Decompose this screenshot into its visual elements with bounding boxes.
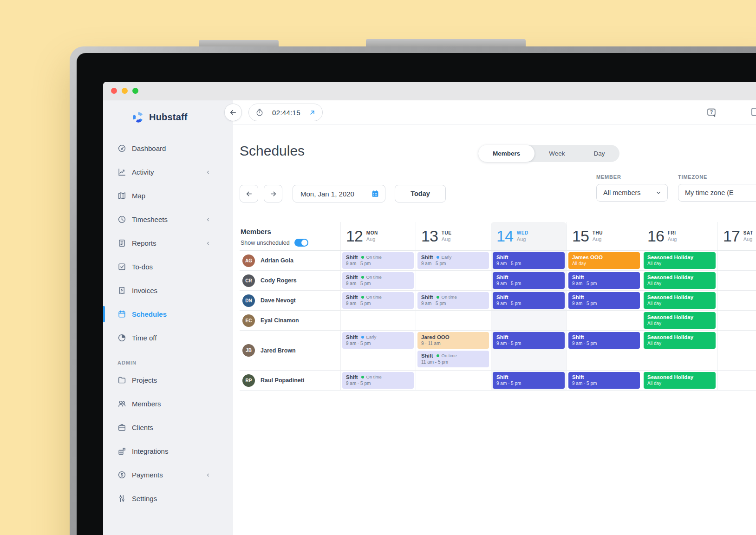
day-cell[interactable]: Shift9 am - 5 pm — [491, 271, 567, 291]
shift-card[interactable]: Shift9 am - 5 pm — [568, 292, 640, 309]
timer-widget[interactable]: 02:44:15 — [248, 104, 323, 121]
shift-card[interactable]: ShiftOn time9 am - 5 pm — [342, 272, 414, 289]
day-cell[interactable]: ShiftOn time9 am - 5 pm — [340, 291, 416, 311]
sidebar-item-clients[interactable]: Clients — [103, 416, 233, 439]
tab-week[interactable]: Week — [534, 145, 579, 162]
shift-card[interactable]: Shift9 am - 5 pm — [568, 332, 640, 349]
sidebar-item-settings[interactable]: Settings — [103, 487, 233, 510]
day-cell[interactable] — [416, 271, 491, 291]
next-period-button[interactable] — [264, 185, 282, 202]
shift-card[interactable]: ShiftOn time9 am - 5 pm — [342, 372, 414, 389]
day-header-tue-13[interactable]: 13TUEAug — [416, 222, 491, 251]
shift-card[interactable]: Seasoned HolidayAll day — [644, 252, 716, 269]
help-icon[interactable] — [706, 107, 717, 117]
shift-card[interactable]: ShiftEarly9 am - 5 pm — [342, 332, 414, 349]
day-cell[interactable]: Seasoned HolidayAll day — [642, 371, 717, 391]
day-cell[interactable]: Shift9 am - 5 pm — [567, 271, 642, 291]
day-cell[interactable] — [416, 311, 491, 331]
zoom-window-button[interactable] — [132, 88, 138, 94]
day-cell[interactable]: Seasoned HolidayAll day — [642, 251, 717, 271]
day-header-thu-15[interactable]: 15THUAug — [567, 222, 642, 251]
day-cell[interactable]: ShiftEarly9 am - 5 pm — [416, 251, 491, 271]
shift-card[interactable]: Jared OOO9 - 11 am — [417, 332, 489, 349]
timezone-filter-select[interactable]: My time zone (E — [678, 184, 756, 202]
day-cell[interactable]: ShiftOn time9 am - 5 pm — [416, 291, 491, 311]
sidebar-item-map[interactable]: Map — [103, 184, 233, 208]
sidebar-item-timeoff[interactable]: Time off — [103, 326, 233, 350]
day-header-wed-14-current[interactable]: 14WEDAug — [491, 222, 567, 251]
day-cell[interactable]: Shift9 am - 5 pm — [567, 331, 642, 371]
sidebar-item-todos[interactable]: To-dos — [103, 255, 233, 279]
day-cell[interactable]: Shift9 am - 5 pm — [491, 371, 567, 391]
day-cell[interactable] — [717, 371, 756, 391]
day-header-fri-16[interactable]: 16FRIAug — [642, 222, 717, 251]
shift-card[interactable]: ShiftEarly9 am - 5 pm — [417, 252, 489, 269]
shift-card[interactable]: Seasoned HolidayAll day — [644, 272, 716, 289]
day-cell[interactable] — [567, 311, 642, 331]
day-cell[interactable]: ShiftOn time9 am - 5 pm — [340, 371, 416, 391]
day-cell[interactable]: ShiftOn time9 am - 5 pm — [340, 251, 416, 271]
day-cell[interactable] — [717, 251, 756, 271]
day-cell[interactable] — [491, 311, 567, 331]
sidebar-item-activity[interactable]: Activity — [103, 160, 233, 184]
shift-card[interactable]: Shift9 am - 5 pm — [493, 272, 565, 289]
show-unscheduled-toggle[interactable] — [294, 239, 308, 247]
shift-card[interactable]: Seasoned HolidayAll day — [644, 292, 716, 309]
day-cell[interactable]: Shift9 am - 5 pm — [567, 291, 642, 311]
sidebar-item-timesheets[interactable]: Timesheets — [103, 208, 233, 231]
day-cell[interactable]: James OOOAll day — [567, 251, 642, 271]
tab-members[interactable]: Members — [478, 145, 534, 162]
day-cell[interactable] — [340, 311, 416, 331]
shift-card[interactable]: Seasoned HolidayAll day — [644, 372, 716, 389]
prev-period-button[interactable] — [240, 185, 258, 202]
today-button[interactable]: Today — [395, 185, 446, 202]
day-header-mon-12[interactable]: 12MONAug — [340, 222, 416, 251]
shift-card[interactable]: Seasoned HolidayAll day — [644, 312, 716, 329]
back-button[interactable] — [224, 104, 242, 121]
shift-card[interactable]: Shift9 am - 5 pm — [493, 252, 565, 269]
shift-time: 9 am - 5 pm — [496, 261, 561, 267]
minimize-window-button[interactable] — [122, 88, 128, 94]
day-cell[interactable]: Seasoned HolidayAll day — [642, 311, 717, 331]
shift-card[interactable]: Shift9 am - 5 pm — [493, 372, 565, 389]
day-cell[interactable]: Shift9 am - 5 pm — [491, 251, 567, 271]
day-cell[interactable]: Shift9 am - 5 pm — [567, 371, 642, 391]
sidebar-item-schedules[interactable]: Schedules — [103, 302, 233, 326]
shift-card[interactable]: Shift9 am - 5 pm — [568, 372, 640, 389]
shift-card[interactable]: James OOOAll day — [568, 252, 640, 269]
shift-card[interactable]: ShiftOn time9 am - 5 pm — [342, 292, 414, 309]
day-cell[interactable] — [717, 271, 756, 291]
shift-card[interactable]: Shift9 am - 5 pm — [493, 332, 565, 349]
shift-card[interactable]: Seasoned HolidayAll day — [644, 332, 716, 349]
date-picker[interactable]: Mon, Jan 1, 2020 — [293, 185, 385, 202]
day-cell[interactable]: ShiftEarly9 am - 5 pm — [340, 331, 416, 371]
shift-card[interactable]: Shift9 am - 5 pm — [493, 292, 565, 309]
day-cell[interactable] — [717, 291, 756, 311]
day-cell[interactable]: Seasoned HolidayAll day — [642, 271, 717, 291]
shift-card[interactable]: Shift9 am - 5 pm — [568, 272, 640, 289]
day-cell[interactable]: Jared OOO9 - 11 amShiftOn time11 am - 5 … — [416, 331, 491, 371]
day-cell[interactable]: Shift9 am - 5 pm — [491, 331, 567, 371]
tab-day[interactable]: Day — [580, 145, 619, 162]
day-cell[interactable]: ShiftOn time9 am - 5 pm — [340, 271, 416, 291]
sidebar-item-members[interactable]: Members — [103, 392, 233, 416]
sidebar-item-reports[interactable]: Reports — [103, 231, 233, 255]
sidebar-item-payments[interactable]: Payments — [103, 463, 233, 487]
shift-card[interactable]: ShiftOn time11 am - 5 pm — [417, 351, 489, 367]
day-cell[interactable]: Seasoned HolidayAll day — [642, 331, 717, 371]
day-cell[interactable] — [717, 311, 756, 331]
close-window-button[interactable] — [111, 88, 117, 94]
day-cell[interactable]: Shift9 am - 5 pm — [491, 291, 567, 311]
member-filter-select[interactable]: All members — [596, 184, 668, 202]
sidebar-item-integrations[interactable]: Integrations — [103, 439, 233, 463]
day-cell[interactable]: Seasoned HolidayAll day — [642, 291, 717, 311]
day-cell[interactable] — [416, 371, 491, 391]
shift-card[interactable]: ShiftOn time9 am - 5 pm — [342, 252, 414, 269]
day-header-sat-17[interactable]: 17SATAug — [717, 222, 756, 251]
day-cell[interactable] — [717, 331, 756, 371]
sidebar-item-invoices[interactable]: Invoices — [103, 279, 233, 302]
shift-card[interactable]: ShiftOn time9 am - 5 pm — [417, 292, 489, 309]
sidebar-item-dashboard[interactable]: Dashboard — [103, 137, 233, 160]
sidebar-item-projects[interactable]: Projects — [103, 368, 233, 392]
brand[interactable]: Hubstaff — [103, 107, 233, 127]
